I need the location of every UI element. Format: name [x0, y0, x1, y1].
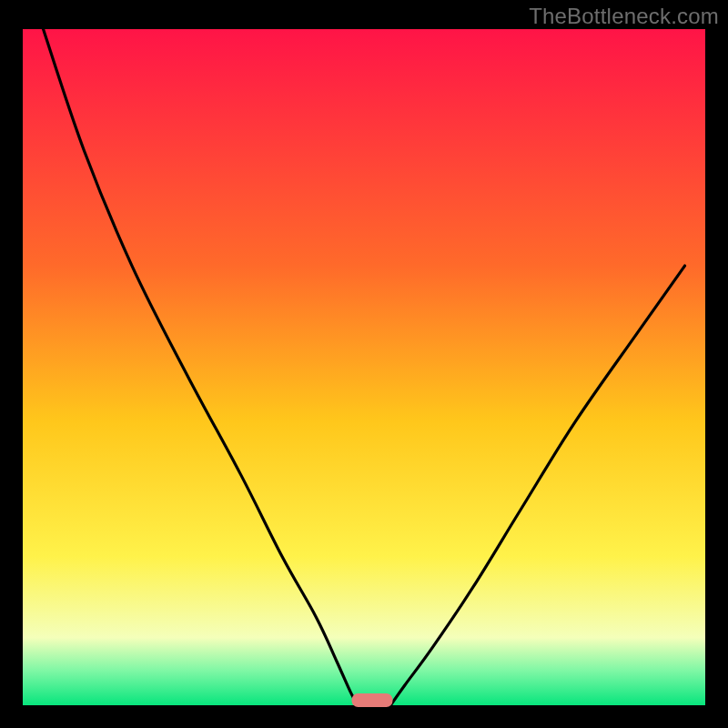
bottleneck-chart	[0, 0, 728, 728]
chart-frame: TheBottleneck.com	[0, 0, 728, 728]
optimal-zone-marker	[352, 693, 393, 707]
plot-background	[23, 29, 705, 705]
watermark-text: TheBottleneck.com	[529, 4, 719, 29]
